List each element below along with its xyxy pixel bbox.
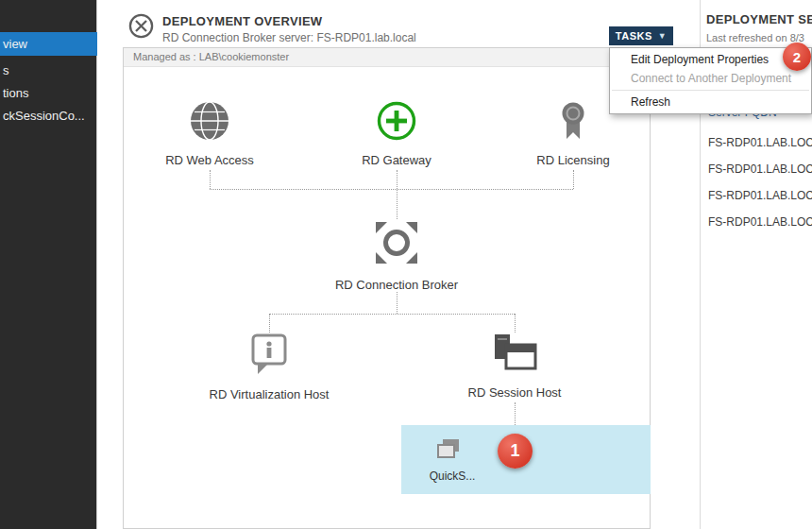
page-subtitle: RD Connection Broker server: FS-RDP01.la… bbox=[162, 31, 416, 44]
node-label: RD Web Access bbox=[144, 153, 276, 167]
connector-line bbox=[269, 314, 270, 333]
deployment-overview-icon bbox=[128, 13, 154, 43]
connection-broker-icon bbox=[373, 219, 420, 266]
session-host-icon bbox=[492, 333, 537, 374]
connector-line bbox=[210, 170, 211, 189]
green-plus-icon bbox=[376, 100, 417, 142]
menu-item-refresh[interactable]: Refresh bbox=[610, 93, 811, 111]
server-fqdn-row[interactable]: FS-RDP01.LAB.LOCAL bbox=[708, 130, 812, 155]
sidebar-item-collections[interactable]: tions bbox=[0, 83, 97, 104]
node-rd-virtualization-host[interactable]: RD Virtualization Host bbox=[184, 333, 354, 401]
sidebar: view s tions ckSessionCo... bbox=[0, 0, 97, 529]
menu-item-edit-deployment-properties[interactable]: Edit Deployment Properties bbox=[610, 50, 811, 69]
node-label: RD Connection Broker bbox=[312, 278, 482, 292]
node-label: RD Gateway bbox=[330, 153, 463, 167]
managed-as-bar: Managed as : LAB\cookiemonster bbox=[124, 48, 650, 67]
connector-line bbox=[397, 170, 398, 189]
menu-item-connect-to-another-deployment: Connect to Another Deployment bbox=[610, 69, 811, 88]
connector-line bbox=[515, 314, 516, 333]
collection-icon bbox=[435, 437, 462, 464]
connector-line bbox=[573, 170, 574, 189]
node-label: RD Session Host bbox=[439, 385, 590, 400]
connector-line bbox=[397, 189, 398, 219]
sidebar-item-servers[interactable]: s bbox=[0, 60, 97, 81]
node-label: RD Licensing bbox=[507, 153, 639, 167]
virtualization-host-icon bbox=[248, 333, 290, 376]
server-fqdn-row[interactable]: FS-RDP01.LAB.LOCAL bbox=[708, 210, 812, 234]
connector-line bbox=[515, 402, 516, 425]
annotation-badge-2: 2 bbox=[783, 43, 811, 71]
connector-line bbox=[269, 314, 515, 315]
server-fqdn-row[interactable]: FS-RDP01.LAB.LOCAL bbox=[708, 157, 812, 181]
node-rd-gateway[interactable]: RD Gateway bbox=[330, 100, 463, 167]
chevron-down-icon: ▼ bbox=[658, 31, 667, 41]
server-fqdn-row[interactable]: FS-RDP01.LAB.LOCAL bbox=[708, 183, 812, 208]
licensing-ribbon-icon bbox=[552, 100, 594, 142]
node-rd-connection-broker[interactable]: RD Connection Broker bbox=[312, 219, 482, 292]
server-manager-rds-screen: view s tions ckSessionCo... DEPLOYMENT O… bbox=[0, 0, 812, 529]
sidebar-item-overview[interactable]: view bbox=[0, 32, 97, 56]
node-label: RD Virtualization Host bbox=[184, 387, 354, 401]
collection-label: QuickS... bbox=[424, 469, 481, 483]
node-rd-session-host[interactable]: RD Session Host bbox=[439, 333, 590, 400]
connector-line bbox=[210, 189, 573, 190]
page-title: DEPLOYMENT OVERVIEW bbox=[162, 14, 322, 28]
globe-icon bbox=[189, 100, 230, 142]
tasks-dropdown-menu: Edit Deployment Properties Connect to An… bbox=[609, 47, 812, 114]
right-panel-title: DEPLOYMENT SERVERS bbox=[706, 12, 812, 26]
menu-separator bbox=[612, 90, 809, 91]
connector-line bbox=[397, 292, 398, 314]
tasks-button[interactable]: TASKS ▼ bbox=[609, 26, 673, 45]
sidebar-item-quicksessioncollection[interactable]: ckSessionCo... bbox=[0, 106, 97, 127]
tasks-button-label: TASKS bbox=[616, 30, 652, 42]
annotation-badge-1: 1 bbox=[498, 434, 533, 469]
node-rd-web-access[interactable]: RD Web Access bbox=[144, 100, 276, 167]
